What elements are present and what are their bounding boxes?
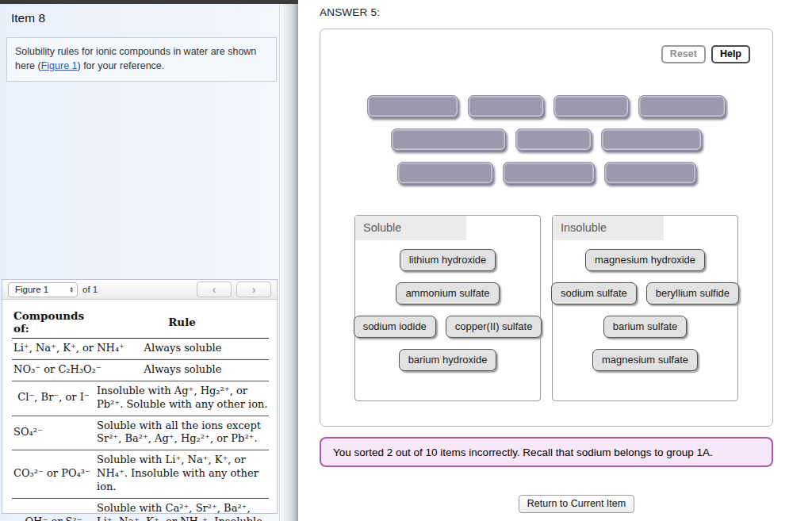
chevron-left-icon: ‹ — [213, 283, 216, 296]
chip-row: barium hydroxide — [355, 349, 540, 371]
chip-row: barium sulfate — [553, 316, 737, 338]
blank-answer-slot[interactable] — [503, 162, 595, 184]
compound-cell: SO₄²⁻ — [12, 416, 95, 450]
table-row: SO₄²⁻Soluble with all the ions except Sr… — [12, 416, 269, 450]
sorting-activity-panel: Reset Help Solublelithium hydroxideammon… — [320, 29, 773, 427]
rule-cell: Soluble with Li⁺, Na⁺, K⁺, or NH₄⁺. Inso… — [95, 450, 269, 499]
compound-cell: OH⁻ or S²⁻ — [12, 499, 95, 521]
bins: Solublelithium hydroxideammonium sulfate… — [320, 215, 772, 401]
compound-cell: Cl⁻, Br⁻, or I⁻ — [12, 381, 95, 416]
blank-answer-slot[interactable] — [367, 95, 458, 117]
figure-count-label: of 1 — [82, 285, 98, 294]
bin-title: Insoluble — [553, 216, 664, 240]
blank-answer-slot[interactable] — [397, 162, 493, 184]
intro-box: Solubility rules for ionic compounds in … — [6, 37, 277, 82]
blank-answer-slot[interactable] — [604, 162, 696, 184]
feedback-message: You sorted 2 out of 10 items incorrectly… — [333, 446, 713, 458]
blank-answer-slot[interactable] — [515, 128, 592, 151]
insoluble-bin[interactable]: Insolublemagnesium hydroxidesodium sulfa… — [552, 215, 738, 401]
chip-row: magnesium sulfate — [553, 349, 737, 371]
previous-figure-button[interactable]: ‹ — [197, 282, 232, 297]
compound-chip[interactable]: beryllium sulfide — [646, 282, 739, 305]
chip-row: ammonium sulfate — [355, 282, 540, 305]
compound-chip[interactable]: barium hydroxide — [399, 349, 497, 371]
next-figure-button[interactable]: › — [236, 282, 271, 297]
table-row: Cl⁻, Br⁻, or I⁻Insoluble with Ag⁺, Hg₂²⁺… — [12, 381, 269, 416]
answer-pane: ANSWER 5: Reset Help Solublelithium hydr… — [298, 0, 812, 521]
answer-heading: ANSWER 5: — [320, 6, 380, 18]
rule-cell: Soluble with all the ions except Sr²⁺, B… — [95, 416, 269, 450]
solubility-table-body: Li⁺, Na⁺, K⁺, or NH₄⁺Always solubleNO₃⁻ … — [12, 339, 269, 521]
figure-link[interactable]: Figure 1 — [41, 60, 78, 71]
table-row: OH⁻ or S²⁻Soluble with Ca²⁺, Sr²⁺, Ba²⁺,… — [12, 499, 269, 521]
top-divider-bar — [0, 0, 298, 4]
blank-answer-slot[interactable] — [553, 95, 629, 117]
blank-answer-slot[interactable] — [638, 95, 726, 117]
blank-answer-slot[interactable] — [468, 95, 544, 117]
return-to-current-item-button[interactable]: Return to Current Item — [519, 495, 634, 513]
return-row: Return to Current Item — [320, 495, 773, 513]
figure-select[interactable]: Figure 1 ▲ ▼ — [8, 282, 78, 297]
slot-row — [320, 95, 772, 117]
reset-button[interactable]: Reset — [661, 45, 706, 63]
figure-nav-bar: Figure 1 ▲ ▼ of 1 ‹ › — [2, 280, 277, 300]
slot-row — [320, 128, 772, 151]
compound-chip[interactable]: copper(II) sulfate — [446, 316, 542, 338]
figure-select-value: Figure 1 — [15, 285, 48, 294]
compound-chip[interactable]: lithium hydroxide — [400, 249, 496, 271]
table-row: CO₃²⁻ or PO₄³⁻Soluble with Li⁺, Na⁺, K⁺,… — [12, 450, 269, 499]
activity-toolbar: Reset Help — [661, 45, 750, 63]
chip-row: lithium hydroxide — [355, 249, 540, 271]
stepper-down-icon: ▼ — [70, 289, 74, 293]
item-title: Item 8 — [11, 11, 45, 25]
rule-cell: Soluble with Ca²⁺, Sr²⁺, Ba²⁺, Li⁺, Na⁺,… — [95, 499, 269, 521]
table-header-row: Compounds of: Rule — [12, 307, 269, 339]
chip-row: sodium sulfateberyllium sulfide — [553, 282, 737, 305]
soluble-bin[interactable]: Solublelithium hydroxideammonium sulfate… — [354, 215, 541, 401]
compound-chip[interactable]: ammonium sulfate — [396, 282, 499, 305]
rule-header: Rule — [95, 307, 269, 339]
compound-chip[interactable]: sodium iodide — [354, 316, 436, 338]
slot-row — [320, 162, 772, 184]
chevron-right-icon: › — [252, 283, 256, 296]
blank-answer-slot[interactable] — [601, 128, 702, 151]
figure-viewer: Figure 1 ▲ ▼ of 1 ‹ › Compounds of: Rule… — [2, 279, 278, 514]
feedback-banner: You sorted 2 out of 10 items incorrectly… — [320, 437, 773, 467]
compound-chip[interactable]: magnesium hydroxide — [585, 249, 705, 271]
rule-cell: Insoluble with Ag⁺, Hg₂²⁺, or Pb²⁺. Solu… — [95, 381, 269, 416]
bin-title: Soluble — [355, 216, 466, 240]
compound-chip[interactable]: sodium sulfate — [551, 282, 637, 305]
compounds-header: Compounds of: — [12, 307, 95, 339]
table-row: Li⁺, Na⁺, K⁺, or NH₄⁺Always soluble — [12, 339, 269, 360]
bin-rows: lithium hydroxideammonium sulfatesodium … — [355, 249, 540, 371]
chip-row: magnesium hydroxide — [553, 249, 737, 271]
solubility-rules-table: Compounds of: Rule Li⁺, Na⁺, K⁺, or NH₄⁺… — [12, 307, 269, 521]
select-stepper-icon: ▲ ▼ — [70, 286, 75, 293]
unsorted-slots — [320, 95, 772, 184]
help-button[interactable]: Help — [711, 45, 750, 63]
compound-cell: CO₃²⁻ or PO₄³⁻ — [12, 450, 95, 499]
chip-row: sodium iodidecopper(II) sulfate — [355, 316, 540, 338]
bin-rows: magnesium hydroxidesodium sulfateberylli… — [553, 249, 737, 371]
compound-cell: NO₃⁻ or C₂H₃O₂⁻ — [12, 359, 95, 381]
compound-chip[interactable]: barium sulfate — [603, 316, 688, 338]
pane-splitter[interactable] — [279, 0, 298, 521]
intro-text-after: ) for your reference. — [78, 60, 165, 71]
table-row: NO₃⁻ or C₂H₃O₂⁻Always soluble — [12, 359, 269, 381]
blank-answer-slot[interactable] — [391, 128, 506, 151]
compound-cell: Li⁺, Na⁺, K⁺, or NH₄⁺ — [12, 339, 95, 360]
compound-chip[interactable]: magnesium sulfate — [592, 349, 698, 371]
rule-cell: Always soluble — [95, 359, 269, 381]
assignment-item-pane: Item 8 Solubility rules for ionic compou… — [0, 0, 279, 521]
